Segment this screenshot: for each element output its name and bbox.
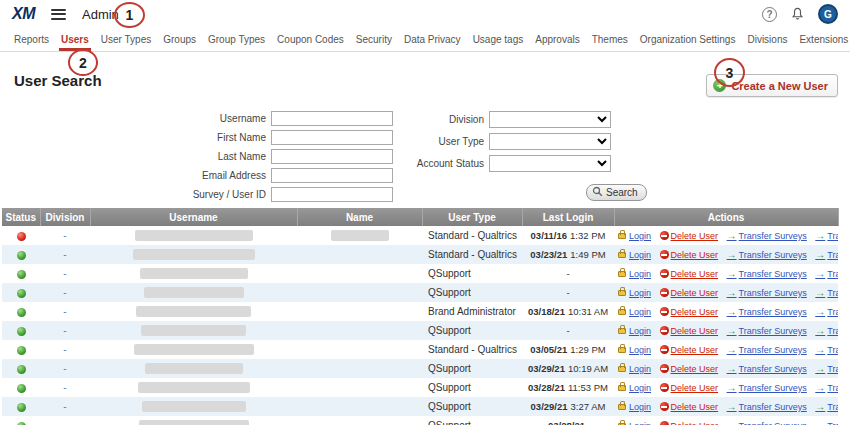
user-type-cell: QSupport [422,264,522,283]
user-type-select[interactable] [489,133,611,150]
delete-user-link[interactable]: Delete User [660,402,719,412]
transfer-actions-link[interactable]: Transfer actions [815,231,838,241]
delete-user-link[interactable]: Delete User [660,250,719,260]
user-type-cell: QSupport [422,359,522,378]
first-name-input[interactable] [271,130,393,145]
login-link[interactable]: Login [618,383,651,393]
search-button[interactable]: Search [586,184,647,201]
delete-user-link[interactable]: Delete User [660,326,719,336]
last-name-input[interactable] [271,149,393,164]
delete-user-link[interactable]: Delete User [660,345,719,355]
delete-user-link[interactable]: Delete User [660,288,719,298]
delete-user-link[interactable]: Delete User [660,421,719,425]
nav-item-group-types[interactable]: Group Types [202,28,271,51]
login-link[interactable]: Login [618,326,651,336]
last-login-date: 03/29/21 [528,363,565,374]
arrow-right-icon [727,250,739,260]
division-select[interactable] [489,111,611,128]
nav-item-user-types[interactable]: User Types [95,28,157,51]
nav-item-themes[interactable]: Themes [586,28,634,51]
transfer-actions-link[interactable]: Transfer actions [815,345,838,355]
login-link[interactable]: Login [618,307,651,317]
transfer-surveys-link[interactable]: Transfer Surveys [727,345,807,355]
username-label: Username [148,113,266,124]
login-link[interactable]: Login [618,288,651,298]
login-link[interactable]: Login [618,250,651,260]
nav-item-divisions[interactable]: Divisions [741,28,793,51]
search-button-label: Search [606,187,638,198]
lock-icon [618,309,626,315]
nav-item-approvals[interactable]: Approvals [529,28,585,51]
transfer-actions-link[interactable]: Transfer actions [815,307,838,317]
nav-item-organization-settings[interactable]: Organization Settings [634,28,742,51]
login-link[interactable]: Login [618,345,651,355]
transfer-surveys-link[interactable]: Transfer Surveys [727,288,807,298]
survey-user-id-input[interactable] [271,187,393,202]
transfer-actions-link[interactable]: Transfer actions [815,364,838,374]
login-link[interactable]: Login [618,402,651,412]
notifications-bell-icon[interactable] [791,7,804,21]
last-login-cell: - [522,283,614,302]
delete-user-label: Delete User [671,326,719,336]
division-cell: - [40,321,90,340]
name-cell [297,226,422,245]
transfer-surveys-link[interactable]: Transfer Surveys [727,364,807,374]
login-link[interactable]: Login [618,421,651,425]
delete-user-label: Delete User [671,364,719,374]
user-type-cell: Standard - Qualtrics [422,226,522,245]
nav-item-usage-tags[interactable]: Usage tags [467,28,530,51]
delete-user-link[interactable]: Delete User [660,269,719,279]
transfer-surveys-link[interactable]: Transfer Surveys [727,326,807,336]
delete-user-link[interactable]: Delete User [660,383,719,393]
redacted-username [136,306,251,317]
delete-user-link[interactable]: Delete User [660,307,719,317]
transfer-actions-link[interactable]: Transfer actions [815,269,838,279]
nav-item-reports[interactable]: Reports [8,28,55,51]
transfer-surveys-link[interactable]: Transfer Surveys [727,250,807,260]
login-link[interactable]: Login [618,269,651,279]
transfer-actions-link[interactable]: Transfer actions [815,250,838,260]
login-link[interactable]: Login [618,231,651,241]
status-dot [17,365,26,374]
username-cell [90,283,297,302]
nav-item-extensions[interactable]: Extensions [793,28,850,51]
nav-item-coupon-codes[interactable]: Coupon Codes [271,28,350,51]
nav-item-security[interactable]: Security [350,28,398,51]
account-status-select[interactable] [489,155,611,172]
transfer-actions-link[interactable]: Transfer actions [815,288,838,298]
transfer-surveys-link[interactable]: Transfer Surveys [727,269,807,279]
table-row: - QSupport 03/29/213:27 AM Login Delete … [2,397,838,416]
user-type-cell: QSupport [422,283,522,302]
login-link[interactable]: Login [618,364,651,374]
division-cell: - [40,245,90,264]
transfer-actions-link[interactable]: Transfer actions [815,421,838,425]
nav-item-groups[interactable]: Groups [157,28,202,51]
transfer-actions-link[interactable]: Transfer actions [815,326,838,336]
transfer-surveys-link[interactable]: Transfer Surveys [727,383,807,393]
transfer-surveys-link[interactable]: Transfer Surveys [727,307,807,317]
nav-item-users[interactable]: Users [55,28,95,51]
user-avatar[interactable]: G [818,4,838,24]
last-login-date: 03/05/21 [530,344,567,355]
transfer-actions-link[interactable]: Transfer actions [815,402,838,412]
login-label: Login [629,326,651,336]
email-address-input[interactable] [271,168,393,183]
delete-user-label: Delete User [671,421,719,425]
nav-item-data-privacy[interactable]: Data Privacy [398,28,467,51]
hamburger-menu-icon[interactable] [51,6,66,22]
username-input[interactable] [271,111,393,126]
delete-user-link[interactable]: Delete User [660,364,719,374]
transfer-actions-link[interactable]: Transfer actions [815,383,838,393]
lock-icon [618,385,626,391]
login-label: Login [629,402,651,412]
last-login-time: - [566,325,569,336]
transfer-surveys-link[interactable]: Transfer Surveys [727,231,807,241]
last-login-cell: 03/29/213:27 AM [522,397,614,416]
transfer-surveys-link[interactable]: Transfer Surveys [727,421,807,425]
transfer-surveys-link[interactable]: Transfer Surveys [727,402,807,412]
help-icon[interactable]: ? [762,7,777,22]
delete-user-link[interactable]: Delete User [660,231,719,241]
column-header-status: Status [2,208,40,226]
last-login-time: - [566,268,569,279]
last-login-date: 03/18/21 [528,306,565,317]
